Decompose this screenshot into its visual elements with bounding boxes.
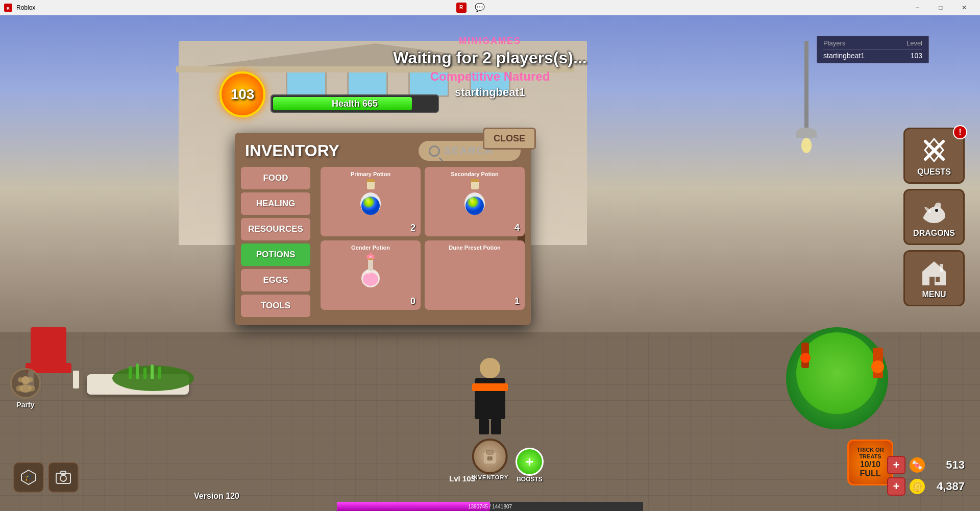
category-tools[interactable]: TOOLS xyxy=(241,295,310,317)
hud-top: MINIGAMES Waiting for 2 players(s)... Co… xyxy=(393,36,586,99)
svg-point-19 xyxy=(363,273,378,286)
quests-button[interactable]: ! QUESTS xyxy=(903,128,965,184)
close-button[interactable]: ✕ xyxy=(952,0,976,15)
svg-point-33 xyxy=(935,209,938,212)
quests-icon xyxy=(919,135,949,165)
candy-add-button[interactable]: + xyxy=(887,456,905,474)
category-food[interactable]: FOOD xyxy=(241,167,310,189)
svg-point-4 xyxy=(28,377,33,382)
close-button-inventory[interactable]: CLOSE xyxy=(483,128,536,150)
level-progress-bar: 1390745 / 1441807 xyxy=(337,502,643,511)
coin-icon: 🪙 xyxy=(910,479,925,494)
primary-potion-count: 2 xyxy=(410,223,415,233)
svg-rect-44 xyxy=(486,450,494,454)
roblox-icon: R xyxy=(4,4,12,12)
inventory-title: INVENTORY xyxy=(245,141,339,160)
category-healing[interactable]: HEALING xyxy=(241,192,310,215)
player-level-panel: 103 xyxy=(911,52,922,60)
full-label: FULL xyxy=(860,469,881,478)
candy-icon: 🍬 xyxy=(910,457,925,473)
coin-add-button[interactable]: + xyxy=(887,477,905,496)
waiting-text: Waiting for 2 players(s)... xyxy=(393,48,586,67)
level-badge: 103 xyxy=(219,71,265,117)
svg-text:🎓: 🎓 xyxy=(24,473,34,481)
health-bar-container: Health 665 xyxy=(271,94,439,113)
titlebar: R Roblox R 💬 − □ ✕ xyxy=(0,0,980,15)
inventory-btn-label: INVENTORY xyxy=(472,474,509,480)
svg-rect-36 xyxy=(936,277,940,282)
item-gender-potion-label: Gender Potion xyxy=(351,245,390,251)
version-text: Version 120 xyxy=(194,492,239,501)
svg-rect-37 xyxy=(940,264,943,272)
camera-icon-btn[interactable] xyxy=(48,462,79,493)
boosts-label: BOOSTS xyxy=(517,476,543,483)
level-bar-text: 1390745 / 1441807 xyxy=(468,504,512,509)
item-dune-preset-potion[interactable]: Dune Preset Potion 1 xyxy=(425,240,525,310)
boosts-button[interactable]: + BOOSTS xyxy=(516,448,544,483)
education-icon-btn[interactable]: 🎓 xyxy=(13,462,44,493)
lamp-post xyxy=(796,41,817,153)
level-bar-fill xyxy=(337,502,490,511)
item-dune-preset-potion-label: Dune Preset Potion xyxy=(449,245,500,251)
trick-or-treats-panel: TRICK ORTREATS 10/10 FULL xyxy=(847,440,893,485)
category-potions[interactable]: POTIONS xyxy=(241,244,310,266)
party-icon xyxy=(10,368,41,399)
player-name-panel: startingbeat1 xyxy=(823,52,865,60)
search-icon xyxy=(429,145,440,157)
item-gender-potion[interactable]: Gender Potion xyxy=(321,240,421,310)
category-resources[interactable]: RESOURCES xyxy=(241,218,310,240)
competitive-label: Competitive Natured xyxy=(430,69,550,84)
svg-rect-11 xyxy=(366,179,375,182)
menu-button[interactable]: MENU xyxy=(903,250,965,306)
quests-notification: ! xyxy=(953,125,967,139)
lvl-indicator: Lvl 103 xyxy=(449,474,475,483)
svg-point-15 xyxy=(465,197,484,215)
quests-label: QUESTS xyxy=(917,167,951,177)
bottom-left-buttons: 🎓 xyxy=(5,462,87,501)
players-col-header: Players xyxy=(823,39,845,47)
svg-point-41 xyxy=(60,475,66,481)
coin-amount: 4,387 xyxy=(929,480,965,493)
menu-label: MENU xyxy=(922,290,946,299)
party-label: Party xyxy=(16,401,34,409)
dune-preset-potion-icon xyxy=(459,253,490,288)
level-col-header: Level xyxy=(906,39,922,47)
chat-icon-btn[interactable]: 💬 xyxy=(475,3,485,12)
dragons-button[interactable]: DRAGONS xyxy=(903,189,965,245)
svg-point-26 xyxy=(370,253,372,256)
item-secondary-potion-label: Secondary Potion xyxy=(451,171,499,177)
svg-rect-35 xyxy=(929,277,935,285)
inventory-modal: CLOSE INVENTORY SEARCH ▶ FO xyxy=(235,133,531,325)
items-grid: Primary Potion xyxy=(316,167,531,310)
secondary-potion-icon xyxy=(459,179,490,215)
large-plant-right xyxy=(786,302,888,429)
players-row: startingbeat1 103 xyxy=(823,50,922,60)
item-secondary-potion[interactable]: Secondary Potion xyxy=(425,167,525,236)
coin-resource-row: + 🪙 4,387 xyxy=(887,477,965,496)
inventory-icon-circle xyxy=(472,439,508,474)
minimize-button[interactable]: − xyxy=(905,0,929,15)
gender-potion-count: 0 xyxy=(410,296,415,307)
svg-point-10 xyxy=(361,197,380,215)
right-buttons-panel: ! QUESTS xyxy=(903,128,965,306)
svg-rect-16 xyxy=(471,179,479,182)
item-primary-potion[interactable]: Primary Potion xyxy=(321,167,421,236)
category-eggs[interactable]: EGGS xyxy=(241,269,310,291)
level-ring: 103 xyxy=(219,71,265,117)
party-button[interactable]: Party xyxy=(10,368,41,409)
svg-text:R: R xyxy=(7,6,10,11)
trick-count: 10/10 xyxy=(860,460,880,469)
game-world: MINIGAMES Waiting for 2 players(s)... Co… xyxy=(0,15,980,511)
player-name-hud: startingbeat1 xyxy=(455,86,525,99)
svg-point-3 xyxy=(18,377,23,382)
trick-label: TRICK ORTREATS xyxy=(856,447,884,460)
boosts-icon: + xyxy=(516,448,544,476)
minigames-label: MINIGAMES xyxy=(459,36,521,46)
health-bar-text: Health 665 xyxy=(332,99,378,109)
inventory-center-button[interactable]: INVENTORY xyxy=(472,439,509,480)
maximize-button[interactable]: □ xyxy=(929,0,952,15)
secondary-potion-count: 4 xyxy=(514,223,520,233)
dragons-icon xyxy=(919,196,949,227)
inventory-body: ▶ FOOD HEALING RESOURCES POTIONS EGGS TO… xyxy=(235,167,531,325)
level-number: 103 xyxy=(231,86,255,103)
